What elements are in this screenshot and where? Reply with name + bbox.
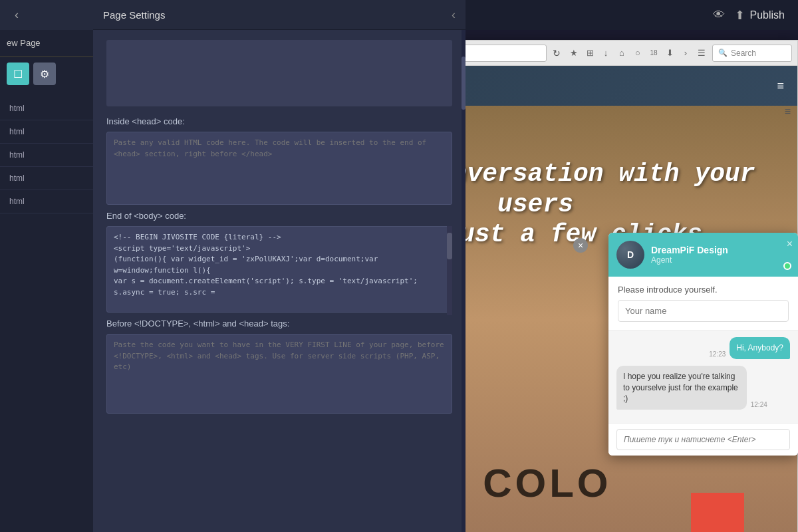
page-settings-preview xyxy=(106,40,452,106)
chat-name-input[interactable] xyxy=(618,300,789,322)
sidebar-icon-row: ☐ ⚙ xyxy=(0,57,93,90)
sidebar-gear-icon[interactable]: ⚙ xyxy=(33,63,56,85)
dialog-close-button[interactable]: × xyxy=(573,238,588,253)
browser-refresh-button[interactable]: ↻ xyxy=(550,47,563,60)
chat-message-row: I hope you realize you're talking to you… xyxy=(616,366,790,410)
page-settings-close-button[interactable]: ‹ xyxy=(452,8,456,22)
page-settings-content: Inside <head> code: End of <body> code: … xyxy=(93,30,466,532)
browser-home-icon[interactable]: ⌂ xyxy=(614,46,629,61)
publish-bar: 👁 ⬆ Publish xyxy=(466,0,798,30)
browser-menu-icon[interactable]: ☰ xyxy=(694,46,709,61)
browser-download-icon[interactable]: ↓ xyxy=(598,46,613,61)
sidebar-new-page[interactable]: ew Page xyxy=(0,30,93,57)
chat-bubble-incoming: I hope you realize you're talking to you… xyxy=(616,366,747,410)
sidebar-html-item[interactable]: html xyxy=(0,120,93,144)
sidebar-top: ‹ xyxy=(0,0,93,30)
browser-more-icon[interactable]: › xyxy=(678,46,693,61)
publish-button[interactable]: ⬆ Publish xyxy=(735,8,785,23)
preview-button[interactable]: 👁 xyxy=(713,8,725,22)
circle-decoration xyxy=(691,493,744,532)
chat-intro-section: Please introduce yourself. xyxy=(608,277,798,331)
browser-icons: ★ ⊞ ↓ ⌂ ○ 18 ⬇ › ☰ xyxy=(567,46,709,61)
doctype-code-label: Before <!DOCTYPE>, <html> and <head> tag… xyxy=(106,319,452,329)
sidebar-page-icon[interactable]: ☐ xyxy=(7,63,29,85)
browser-bookmark-icon[interactable]: ⊞ xyxy=(583,46,597,61)
chat-msg-time: 12:23 xyxy=(709,350,726,358)
sidebar-html-item[interactable]: html xyxy=(0,144,93,167)
head-code-label: Inside <head> code: xyxy=(106,116,452,126)
browser-arrow-icon[interactable]: ⬇ xyxy=(662,46,677,61)
chat-header: D DreamPiF Design Agent × xyxy=(608,233,798,277)
sidebar-html-list: html html html html html xyxy=(0,97,93,213)
mobirise-menu-button[interactable]: ≡ xyxy=(777,79,784,93)
publish-label: Publish xyxy=(750,9,785,21)
sidebar: ‹ ew Page ☐ ⚙ html html html html html xyxy=(0,0,93,532)
browser-search-bar[interactable]: 🔍 Search xyxy=(712,45,792,62)
panel-scrollbar-thumb xyxy=(462,57,466,110)
chat-online-indicator xyxy=(783,262,791,270)
chat-agent-role: Agent xyxy=(651,255,790,265)
browser-addon-icon[interactable]: ○ xyxy=(630,46,645,61)
chat-widget: D DreamPiF Design Agent × Please introdu… xyxy=(608,233,798,456)
sidebar-html-item[interactable]: html xyxy=(0,190,93,213)
website-colo-text: COLO xyxy=(483,460,611,506)
upload-icon: ⬆ xyxy=(735,8,745,23)
chat-msg-time: 12:24 xyxy=(751,401,767,408)
page-settings-header: Page Settings ‹ xyxy=(93,0,466,30)
chat-messages-area: 12:23 Hi, Anybody? I hope you realize yo… xyxy=(608,331,798,423)
body-code-textarea[interactable]: <!-- BEGIN JIVOSITE CODE {literal} --> <… xyxy=(106,226,452,313)
head-code-textarea[interactable] xyxy=(106,132,452,205)
page-settings-panel: Page Settings ‹ Inside <head> code: End … xyxy=(93,0,466,532)
chat-agent-avatar: D xyxy=(616,241,644,269)
body-code-label: End of <body> code: xyxy=(106,211,452,221)
chat-header-info: DreamPiF Design Agent xyxy=(651,245,790,265)
chat-input-area xyxy=(608,423,798,456)
chat-agent-name: DreamPiF Design xyxy=(651,245,790,255)
chat-close-button[interactable]: × xyxy=(787,238,793,250)
panel-scrollbar[interactable] xyxy=(462,30,466,532)
body-code-scrollbar-thumb xyxy=(447,233,452,259)
sidebar-back-button[interactable]: ‹ xyxy=(7,5,27,25)
browser-search-label: Search xyxy=(731,49,756,58)
doctype-code-textarea[interactable] xyxy=(106,334,452,414)
chat-intro-text: Please introduce yourself. xyxy=(618,285,789,295)
page-settings-title: Page Settings xyxy=(103,9,165,21)
sidebar-html-item[interactable]: html xyxy=(0,97,93,120)
chat-avatar-inner: D xyxy=(616,241,644,269)
content-menu-icon[interactable]: ≡ xyxy=(785,106,791,118)
body-code-scrollbar[interactable] xyxy=(447,226,452,315)
sidebar-html-item[interactable]: html xyxy=(0,167,93,190)
chat-message-input[interactable] xyxy=(616,429,790,450)
chat-bubble-outgoing: Hi, Anybody? xyxy=(730,337,790,359)
chat-message-row: 12:23 Hi, Anybody? xyxy=(616,337,790,359)
browser-star-icon[interactable]: ★ xyxy=(567,46,581,61)
browser-badge-icon[interactable]: 18 xyxy=(646,46,661,61)
